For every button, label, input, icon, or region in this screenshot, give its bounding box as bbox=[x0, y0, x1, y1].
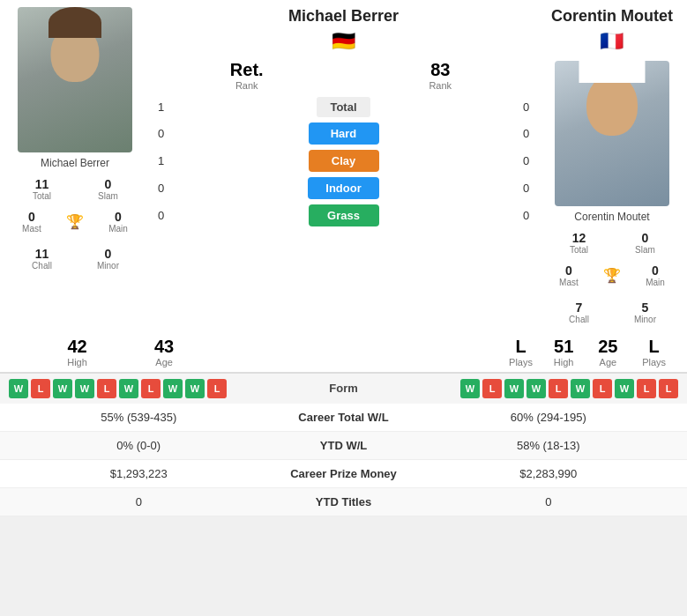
right-minor-label: Minor bbox=[614, 315, 676, 324]
form-badge: W bbox=[615, 379, 634, 398]
right-rank-label: Rank bbox=[344, 80, 538, 91]
left-bottom-stats: 42 High bbox=[0, 337, 146, 367]
right-minor-cell: 5 Minor bbox=[612, 297, 678, 328]
right-indoor-score: 0 bbox=[515, 182, 537, 195]
right-total-cell: 12 Total bbox=[546, 227, 612, 258]
right-total-value: 12 bbox=[548, 231, 610, 245]
left-indoor-score: 0 bbox=[150, 182, 172, 195]
left-total-value: 11 bbox=[11, 177, 73, 191]
right-total-score: 0 bbox=[515, 100, 537, 114]
left-chall-cell: 11 Chall bbox=[9, 243, 75, 274]
left-mast-cell: 0 Mast bbox=[20, 206, 43, 237]
left-plays-value: L bbox=[509, 337, 533, 357]
right-chall-label: Chall bbox=[548, 315, 610, 324]
form-badge: W bbox=[526, 379, 546, 398]
right-slam-label: Slam bbox=[614, 245, 676, 255]
left-player-section: Michael Berrer 11 Total 0 Slam 0 Mast 🏆 bbox=[0, 0, 146, 332]
form-badge: L bbox=[549, 379, 568, 398]
form-badge: W bbox=[119, 379, 138, 398]
main-container: Michael Berrer 11 Total 0 Slam 0 Mast 🏆 bbox=[0, 0, 687, 516]
right-age-block: 25 Age bbox=[598, 337, 617, 367]
left-hard-score: 0 bbox=[150, 127, 172, 140]
right-main-cell: 0 Main bbox=[644, 260, 667, 291]
indoor-button[interactable]: Indoor bbox=[308, 177, 378, 199]
right-slam-value: 0 bbox=[614, 231, 676, 245]
grass-row: 0 Grass 0 bbox=[150, 204, 537, 226]
form-badge: L bbox=[207, 379, 227, 398]
stats-row: 55% (539-435)Career Total W/L60% (294-19… bbox=[0, 404, 687, 432]
left-player-name: Michael Berrer bbox=[41, 157, 109, 169]
form-badge: W bbox=[460, 379, 480, 398]
left-minor-label: Minor bbox=[77, 261, 139, 271]
left-total-score: 1 bbox=[150, 100, 172, 114]
left-trophy-row: 0 Mast 🏆 0 Main bbox=[9, 204, 141, 239]
right-chall-grid: 7 Chall 5 Minor bbox=[546, 297, 678, 328]
right-plays-label: Plays bbox=[642, 357, 666, 367]
left-slam-cell: 0 Slam bbox=[75, 174, 141, 204]
right-main-label: Main bbox=[646, 278, 665, 287]
form-badge: L bbox=[659, 379, 678, 398]
right-plays-value: L bbox=[642, 337, 666, 357]
left-high-value: 42 bbox=[67, 337, 87, 357]
right-form: WLWWLWLWLL bbox=[397, 379, 679, 398]
indoor-row: 0 Indoor 0 bbox=[150, 177, 537, 199]
left-age-block: 43 Age bbox=[154, 337, 174, 367]
right-high-value: 51 bbox=[554, 337, 574, 357]
stats-row-right-value: 60% (294-195) bbox=[423, 411, 675, 424]
right-name-center: Corentin Moutet 🇫🇷 bbox=[551, 7, 673, 56]
right-name-text: Corentin Moutet bbox=[551, 7, 673, 26]
left-main-label: Main bbox=[108, 224, 128, 234]
form-badge: W bbox=[571, 379, 590, 398]
right-mast-cell: 0 Mast bbox=[557, 260, 580, 291]
stats-row-label: Career Prize Money bbox=[265, 467, 423, 480]
right-player-photo bbox=[555, 61, 669, 206]
stats-row: 0YTD Titles0 bbox=[0, 488, 687, 516]
stats-row-right-value: 58% (18-13) bbox=[423, 439, 675, 452]
center-spacer: 43 Age L Plays bbox=[146, 337, 541, 367]
hard-button[interactable]: Hard bbox=[309, 122, 379, 145]
left-total-label: Total bbox=[11, 191, 73, 201]
form-badge: L bbox=[141, 379, 161, 398]
players-section: Michael Berrer 11 Total 0 Slam 0 Mast 🏆 bbox=[0, 0, 687, 332]
form-badge: L bbox=[31, 379, 50, 398]
form-badge: L bbox=[593, 379, 612, 398]
stats-row-left-value: 55% (539-435) bbox=[13, 411, 265, 424]
left-chall-label: Chall bbox=[11, 261, 73, 271]
clay-button[interactable]: Clay bbox=[309, 150, 379, 172]
left-plays-label: Plays bbox=[509, 357, 533, 367]
rank-row: Ret. Rank 83 Rank bbox=[150, 60, 537, 91]
form-badge: L bbox=[637, 379, 656, 398]
left-trophy-icon: 🏆 bbox=[66, 213, 84, 230]
left-chall-grid: 11 Chall 0 Minor bbox=[9, 243, 141, 274]
right-minor-value: 5 bbox=[614, 301, 676, 315]
left-slam-label: Slam bbox=[77, 191, 139, 201]
left-age-value: 43 bbox=[154, 337, 174, 357]
grass-button[interactable]: Grass bbox=[309, 204, 379, 226]
right-high-label: High bbox=[554, 357, 574, 367]
left-high-block: 42 High bbox=[67, 337, 87, 367]
stats-row-label: Career Total W/L bbox=[265, 411, 423, 424]
left-slam-value: 0 bbox=[77, 177, 139, 191]
stats-row-left-value: 0% (0-0) bbox=[13, 439, 265, 452]
right-mast-label: Mast bbox=[559, 278, 579, 287]
right-player-section: Corentin Moutet 🇫🇷 Corentin Moutet 12 To… bbox=[541, 0, 687, 332]
right-grass-score: 0 bbox=[515, 209, 537, 222]
form-badge: L bbox=[97, 379, 116, 398]
right-player-stats: 12 Total 0 Slam bbox=[546, 227, 678, 258]
right-rank-value: 83 bbox=[344, 60, 538, 80]
form-badge: W bbox=[504, 379, 524, 398]
form-section: WLWWLWLWWL Form WLWWLWLWLL bbox=[0, 373, 687, 404]
left-name-text: Michael Berrer bbox=[288, 7, 399, 26]
left-flag: 🇩🇪 bbox=[288, 30, 399, 53]
stats-row-right-value: 0 bbox=[423, 495, 675, 508]
left-chall-value: 11 bbox=[11, 247, 73, 261]
right-high-block: 51 High bbox=[554, 337, 574, 367]
left-minor-cell: 0 Minor bbox=[75, 243, 141, 274]
stats-row: 0% (0-0)YTD W/L58% (18-13) bbox=[0, 432, 687, 460]
left-mast-label: Mast bbox=[22, 224, 41, 234]
left-main-cell: 0 Main bbox=[107, 206, 130, 237]
stats-row-right-value: $2,283,990 bbox=[423, 467, 675, 480]
total-row: 1 Total 0 bbox=[150, 97, 537, 117]
stats-row: $1,293,223Career Prize Money$2,283,990 bbox=[0, 460, 687, 488]
stats-row-left-value: 0 bbox=[13, 495, 265, 508]
